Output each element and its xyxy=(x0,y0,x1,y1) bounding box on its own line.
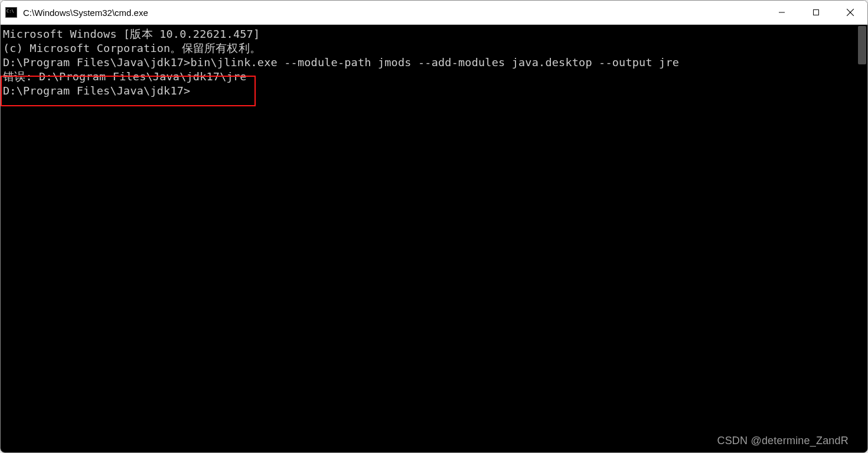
terminal-area: Microsoft Windows [版本 10.0.22621.457](c)… xyxy=(1,25,867,452)
close-icon xyxy=(846,8,854,17)
window-controls xyxy=(765,1,867,24)
terminal-content[interactable]: Microsoft Windows [版本 10.0.22621.457](c)… xyxy=(1,25,857,452)
error-path: D:\Program Files\Java\jdk17\jre xyxy=(39,70,246,83)
titlebar[interactable]: C:\Windows\System32\cmd.exe xyxy=(1,1,867,25)
version-line: Microsoft Windows [版本 10.0.22621.457] xyxy=(3,27,854,41)
command-text: bin\jlink.exe --module-path jmods --add-… xyxy=(190,56,679,69)
cmd-icon xyxy=(5,7,17,18)
scrollbar-thumb[interactable] xyxy=(858,26,866,64)
watermark: CSDN @determine_ZandR xyxy=(717,434,849,448)
minimize-button[interactable] xyxy=(765,1,799,24)
command-line: D:\Program Files\Java\jdk17>bin\jlink.ex… xyxy=(3,56,854,70)
copyright-line: (c) Microsoft Corporation。保留所有权利。 xyxy=(3,41,854,56)
svg-rect-1 xyxy=(814,10,819,15)
scrollbar-track[interactable] xyxy=(857,25,867,452)
maximize-button[interactable] xyxy=(799,1,833,24)
maximize-icon xyxy=(812,9,820,16)
prompt: D:\Program Files\Java\jdk17> xyxy=(3,84,190,97)
prompt-line: D:\Program Files\Java\jdk17> xyxy=(3,84,854,98)
cmd-window: C:\Windows\System32\cmd.exe Microsoft Wi… xyxy=(0,0,868,453)
minimize-icon xyxy=(778,9,785,16)
error-line: 错误: D:\Program Files\Java\jdk17\jre xyxy=(3,70,854,84)
close-button[interactable] xyxy=(833,1,867,24)
window-title: C:\Windows\System32\cmd.exe xyxy=(23,8,148,18)
prompt: D:\Program Files\Java\jdk17> xyxy=(3,56,190,69)
error-label: 错误: xyxy=(3,70,39,83)
